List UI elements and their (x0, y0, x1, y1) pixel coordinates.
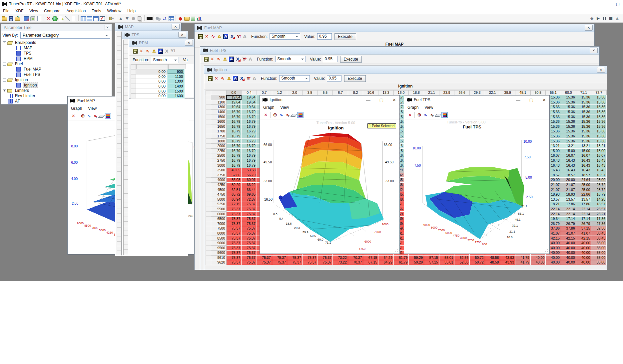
row-header[interactable]: 4500 (211, 187, 226, 192)
ignition-cell[interactable]: 41.07 (561, 231, 576, 236)
ignition-cell[interactable]: 69.65 (242, 192, 257, 197)
ignition-cell[interactable]: 18.93 (561, 192, 576, 197)
checksum-icon[interactable] (30, 16, 36, 21)
ignition-cell[interactable]: 13.57 (576, 197, 591, 202)
trace-icon[interactable] (210, 34, 216, 39)
graph-menu[interactable]: Graph (71, 106, 82, 111)
ignition-cell[interactable]: 61.79 (393, 260, 409, 265)
a-gray-icon[interactable] (242, 34, 248, 39)
ignition-cell[interactable]: 13.21 (591, 143, 607, 148)
row-header[interactable]: 1800 (211, 139, 226, 144)
ignition-cell[interactable]: 19.64 (242, 105, 257, 110)
col-header[interactable]: 23.9 (439, 91, 454, 95)
ignition-cell[interactable]: 25.72 (591, 182, 607, 187)
ignition-cell[interactable]: 37.86 (561, 226, 576, 231)
ignition-cell[interactable]: 17.14 (576, 216, 591, 221)
ignition-cell[interactable]: 16.79 (242, 148, 257, 153)
ignition-cell[interactable]: 15.36 (591, 134, 607, 139)
row-header[interactable]: 7000 (211, 221, 226, 226)
ignition-cell[interactable]: 75.37 (242, 246, 257, 251)
ignition-cell[interactable]: 15.36 (591, 114, 607, 119)
rpm-row[interactable]: 0.001400 (131, 84, 194, 89)
color-bars-active-icon[interactable] (297, 112, 304, 118)
ignition-cell[interactable]: 23.21 (591, 212, 607, 217)
ignition-cell[interactable]: 43.93 (500, 255, 515, 260)
fuel-tps-graph-window[interactable]: Fuel TPS —▢✕ GraphView TunerPro - Versio… (404, 95, 550, 254)
ignition-graph-titlebar[interactable]: Ignition —▢✕ (260, 95, 399, 104)
minimize-icon[interactable]: — (366, 97, 370, 102)
ignition-cell[interactable]: 70.37 (348, 260, 363, 265)
minimize-button[interactable]: — (603, 2, 607, 6)
col-header[interactable]: 32.1 (485, 91, 500, 95)
page-icon[interactable] (36, 16, 42, 21)
ignition-cell[interactable]: 17.86 (561, 202, 576, 207)
ignition-cell[interactable]: 41.07 (576, 231, 591, 236)
rpm-row[interactable]: 0.001500 (131, 89, 194, 94)
col-header[interactable]: 13.3 (378, 91, 394, 95)
close-icon[interactable]: ✕ (392, 97, 396, 102)
ignition-cell[interactable]: 55.01 (439, 255, 454, 260)
value-input[interactable]: 0.95 (317, 33, 332, 40)
ignition-cell[interactable]: 75.37 (257, 260, 272, 265)
ignition-cell[interactable]: 16.79 (226, 139, 242, 144)
tree-item-label[interactable]: Limiters (14, 88, 30, 93)
execute-button[interactable]: Execute (334, 33, 356, 40)
ignition-cell[interactable]: 75.37 (317, 260, 333, 265)
col-header[interactable]: 8.2 (348, 91, 363, 95)
ignition-cell[interactable]: 15.36 (561, 114, 576, 119)
folder-up-icon[interactable] (14, 16, 20, 21)
ignition-cell[interactable]: 25.00 (576, 182, 591, 187)
ignition-cell[interactable]: 40.00 (561, 255, 576, 260)
ignition-cell[interactable]: 15.36 (561, 129, 576, 134)
ignition-cell[interactable]: 23.57 (591, 207, 607, 212)
ignition-cell[interactable]: 15.36 (561, 105, 576, 110)
ignition-cell[interactable]: 57.15 (424, 260, 439, 265)
row-header[interactable]: 1700 (211, 129, 226, 134)
menu-acquisition[interactable]: Acquisition (64, 9, 89, 13)
col-header[interactable]: 39.9 (500, 91, 515, 95)
close-red-icon[interactable] (407, 112, 413, 118)
ignition-cell[interactable]: 73.22 (333, 260, 348, 265)
ignition-cell[interactable]: 19.64 (242, 100, 257, 105)
trace-icon[interactable] (145, 48, 151, 54)
close-icon[interactable]: ✕ (178, 32, 186, 38)
ignition-cell[interactable]: 75.37 (226, 231, 242, 236)
tree-item-label[interactable]: Ignition (14, 78, 29, 82)
menu-view[interactable]: View (26, 9, 41, 13)
menu-help[interactable]: Help (124, 9, 139, 13)
ignition-cell[interactable]: 15.36 (576, 134, 591, 139)
table-edit-icon[interactable] (168, 16, 174, 21)
line-chart-icon[interactable] (278, 112, 285, 118)
ignition-cell[interactable]: 75.37 (226, 251, 242, 256)
tile-windows-icon[interactable] (80, 16, 86, 21)
save-olive-icon[interactable] (203, 56, 209, 62)
y-axis-icon[interactable] (245, 76, 251, 81)
ignition-cell[interactable]: 40.00 (576, 241, 591, 246)
ignition-cell[interactable]: 75.37 (242, 221, 257, 226)
tree-item-label[interactable]: Breakpoints (14, 40, 37, 45)
ignition-cell[interactable]: 27.86 (591, 221, 607, 226)
ignition-cell[interactable]: 57.15 (424, 255, 439, 260)
ignition-cell[interactable]: 16.79 (242, 124, 257, 129)
row-header[interactable]: 2250 (211, 148, 226, 153)
ignition-cell[interactable]: 75.37 (226, 207, 242, 212)
record-red-icon[interactable] (177, 16, 184, 21)
ignition-cell[interactable]: 56.79 (242, 173, 257, 178)
ignition-cell[interactable]: 22.14 (561, 212, 576, 217)
row-header[interactable]: 8000 (211, 231, 226, 236)
color-bars-active-icon[interactable] (441, 112, 448, 118)
ignition-cell[interactable]: 72.87 (242, 197, 257, 202)
diamond-icon[interactable] (589, 16, 595, 21)
ignition-cell[interactable]: 16.43 (576, 158, 591, 163)
stop-icon[interactable] (608, 16, 614, 21)
split-horizontal-icon[interactable] (86, 16, 93, 21)
ignition-cell[interactable]: 40.00 (530, 260, 546, 265)
function-dropdown[interactable]: Smooth (279, 75, 310, 82)
ignition-cell[interactable]: 55.01 (439, 260, 454, 265)
ignition-cell[interactable]: 18.57 (561, 173, 576, 178)
ignition-cell[interactable]: 22.86 (576, 192, 591, 197)
x-axis-gray-icon[interactable] (164, 48, 170, 54)
window-info-icon[interactable] (93, 16, 99, 21)
delete-red-icon[interactable] (138, 48, 145, 54)
x-axis-icon[interactable] (235, 56, 241, 62)
